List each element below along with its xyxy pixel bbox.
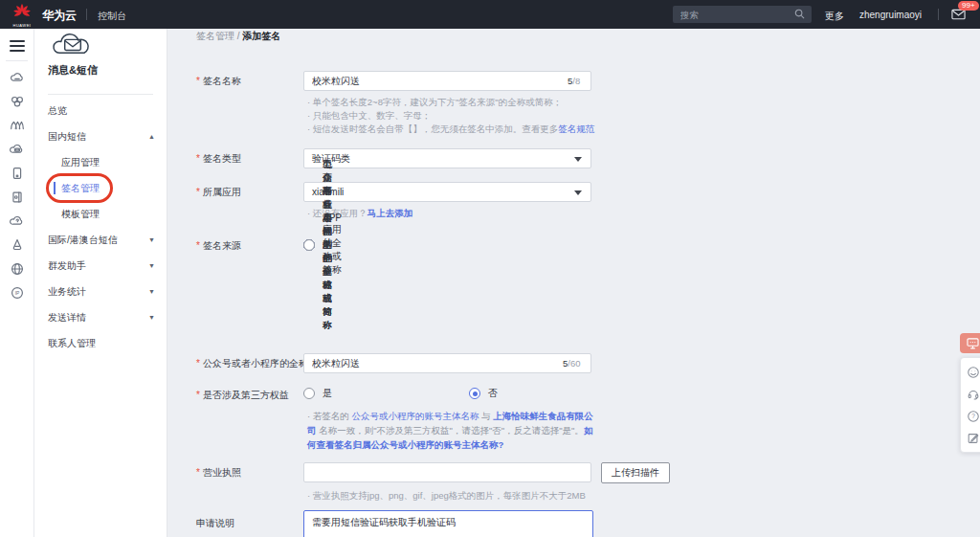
add-app-link[interactable]: 马上去添加 (368, 208, 413, 218)
signature-type-select[interactable]: 验证码类 (303, 148, 591, 168)
cloud-service-icon[interactable] (0, 65, 34, 89)
topbar-divider (86, 9, 87, 20)
icon-rail: IP (0, 29, 34, 537)
breadcrumb-parent[interactable]: 签名管理 (196, 31, 234, 41)
sidebar-menu: 总览 国内短信▲ 应用管理 签名管理 模板管理 国际/港澳台短信▼ 群发助手▼ … (34, 98, 167, 356)
huawei-flower-icon (11, 3, 33, 20)
source-option-trademark[interactable]: 商标名的全称或简称 (303, 235, 332, 255)
caret-down-icon: ▼ (148, 304, 155, 330)
business-license-input[interactable] (303, 462, 591, 482)
topbar-divider (938, 9, 939, 20)
third-party-hint: 若签名的 公众号或小程序的账号主体名称 与 上海恰味鲜生食品有限公司 名称一致，… (307, 409, 596, 452)
notification-badge: 99+ (958, 1, 979, 11)
radio-icon[interactable] (303, 239, 315, 251)
sidebar-item-business-stats[interactable]: 业务统计▼ (34, 279, 167, 304)
huawei-logo-icon[interactable]: HUAWEI (10, 3, 34, 28)
label-business-license: *营业执照 (196, 466, 241, 480)
cloud-help-icon[interactable] (0, 209, 34, 233)
brand-title[interactable]: 华为云 (42, 8, 77, 24)
label-signature-type: *签名类型 (196, 152, 241, 166)
upload-scan-button[interactable]: 上传扫描件 (601, 462, 670, 483)
label-third-party: *是否涉及第三方权益 (196, 389, 289, 402)
support-headset-icon[interactable] (961, 383, 980, 405)
signature-name-hints: 单个签名长度2~8字符，建议为下方"签名来源"的全称或简称； 只能包含中文、数字… (307, 96, 613, 136)
service-title: 消息&短信 (48, 63, 98, 78)
license-hint: 营业执照支持jpg、png、gif、jpeg格式的图片，每张图片不大于2MB (307, 489, 652, 503)
svg-text:?: ? (971, 413, 975, 419)
sidebar-item-signature-management[interactable]: 签名管理 (34, 175, 167, 201)
sidebar: 消息&短信 总览 国内短信▲ 应用管理 签名管理 模板管理 国际/港澳台短信▼ … (34, 29, 167, 537)
waves-icon[interactable] (0, 113, 34, 137)
label-fullname: *公众号或者小程序的全称 (196, 357, 308, 370)
sidebar-item-app-management[interactable]: 应用管理 (34, 149, 167, 175)
main-content: 签名管理 / 添加签名 *签名名称 5/8 单个签名长度2~8字符，建议为下方"… (167, 29, 980, 537)
page-title: 添加签名 (242, 31, 280, 41)
caret-down-icon: ▼ (148, 253, 155, 279)
radio-icon[interactable] (303, 388, 315, 399)
sidebar-item-template-management[interactable]: 模板管理 (34, 201, 167, 227)
cloud-robot-icon[interactable] (0, 137, 34, 161)
sidebar-item-domestic-sms[interactable]: 国内短信▲ (34, 123, 167, 149)
label-signature-source: *签名来源 (196, 239, 241, 253)
svg-text:IP: IP (15, 291, 20, 296)
survey-edit-icon[interactable] (961, 427, 980, 449)
application-note-textarea[interactable]: 需要用短信验证码获取手机验证码 (303, 510, 593, 537)
satisfaction-icon[interactable] (961, 361, 980, 383)
search-input[interactable] (673, 6, 812, 23)
app-root: HUAWEI 华为云 控制台 更多 zhengruimaoyi 99+ IP (0, 0, 980, 537)
app-select[interactable]: xiaomili (303, 182, 591, 202)
sidebar-item-contact-management[interactable]: 联系人管理 (34, 330, 167, 356)
caret-down-icon: ▼ (148, 279, 155, 304)
fullname-input[interactable] (303, 353, 591, 373)
sidebar-item-overview[interactable]: 总览 (34, 98, 167, 123)
char-counter: 5/60 (563, 358, 581, 369)
sidebar-item-send-details[interactable]: 发送详情▼ (34, 304, 167, 330)
search-icon[interactable] (794, 9, 805, 19)
account-subject-link[interactable]: 公众号或小程序的账号主体名称 (351, 411, 479, 421)
signature-spec-link[interactable]: 签名规范 (558, 123, 594, 134)
database-icon[interactable] (0, 185, 34, 209)
funnel-icon[interactable] (0, 233, 34, 257)
help-icon[interactable]: ? (961, 405, 980, 427)
app-hint: 还没有应用？马上去添加 (307, 207, 613, 220)
topbar: HUAWEI 华为云 控制台 更多 zhengruimaoyi 99+ (0, 0, 980, 29)
sidebar-item-international-sms[interactable]: 国际/港澳台短信▼ (34, 227, 167, 253)
feedback-panel: ? (960, 357, 980, 453)
hamburger-menu-icon[interactable] (10, 40, 25, 52)
caret-up-icon: ▲ (148, 123, 155, 149)
ip-service-icon[interactable]: IP (0, 280, 34, 304)
feedback-toolbar: ? (960, 333, 980, 453)
object-storage-icon[interactable] (0, 89, 34, 113)
label-app: *所属应用 (196, 186, 241, 199)
feedback-tab[interactable] (960, 333, 980, 353)
required-asterisk: * (196, 76, 200, 86)
breadcrumb-separator: / (237, 31, 240, 41)
device-icon[interactable] (0, 161, 34, 185)
third-party-no[interactable]: 否 (469, 387, 498, 400)
third-party-yes[interactable]: 是 (303, 387, 332, 400)
chat-screen-icon (967, 338, 979, 349)
huawei-logo-text: HUAWEI (10, 23, 34, 28)
sidebar-divider (48, 94, 153, 95)
username[interactable]: zhengruimaoyi (859, 10, 922, 20)
signature-name-input[interactable] (303, 71, 591, 91)
sms-service-icon (50, 29, 96, 63)
more-menu[interactable]: 更多 (825, 10, 844, 23)
globe-icon[interactable] (0, 257, 34, 280)
label-signature-name: *签名名称 (196, 75, 241, 88)
rail-divider (6, 60, 28, 61)
sidebar-item-bulk-assistant[interactable]: 群发助手▼ (34, 253, 167, 279)
caret-down-icon: ▼ (148, 227, 155, 253)
console-link[interactable]: 控制台 (98, 10, 126, 23)
label-application-note: 申请说明 (196, 517, 234, 530)
radio-selected-icon[interactable] (469, 388, 480, 399)
breadcrumb: 签名管理 / 添加签名 (196, 30, 280, 43)
char-counter: 5/8 (568, 76, 580, 86)
